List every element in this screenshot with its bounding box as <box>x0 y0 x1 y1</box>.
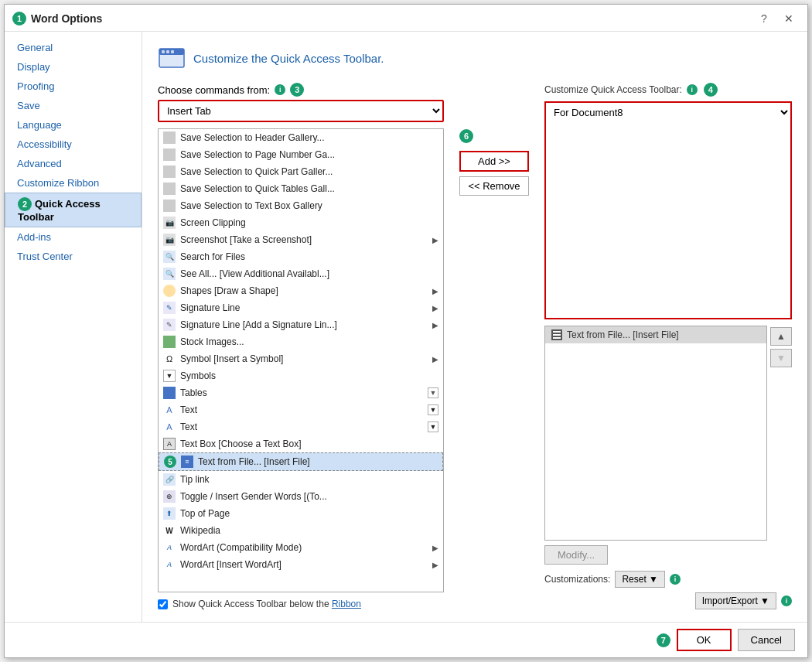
import-export-row: Import/Export ▼ i <box>544 592 792 609</box>
list-item-text: Screen Clipping <box>180 217 246 228</box>
list-item-text: WordArt [Insert WordArt] <box>180 559 281 570</box>
close-button[interactable]: ✕ <box>778 9 800 28</box>
stock-img-icon <box>163 336 176 348</box>
badge-6: 6 <box>459 129 473 143</box>
sidebar-item-accessibility[interactable]: Accessibility <box>5 135 142 154</box>
list-item[interactable]: 📷 Screenshot [Take a Screenshot] ▶ <box>159 231 443 248</box>
list-item[interactable]: ⬆ Top of Page <box>159 505 443 522</box>
symbols-icon: ▼ <box>163 370 176 382</box>
modify-button[interactable]: Modify... <box>544 545 608 565</box>
list-item-text: Screenshot [Take a Screenshot] <box>180 234 312 245</box>
commands-select-bordered: Insert Tab All Commands Popular Commands <box>158 100 444 122</box>
list-item-text: Save Selection to Quick Part Galler... <box>180 166 333 177</box>
list-item[interactable]: Shapes [Draw a Shape] ▶ <box>159 282 443 299</box>
customizations-label: Customizations: <box>544 574 610 585</box>
list-item-text: Shapes [Draw a Shape] <box>180 285 278 296</box>
remove-button[interactable]: << Remove <box>459 176 529 196</box>
sidebar-item-trust-center[interactable]: Trust Center <box>5 247 142 266</box>
commands-list-wrap: Save Selection to Header Gallery... Save… <box>158 128 444 592</box>
move-down-button[interactable]: ▼ <box>770 349 792 367</box>
list-item-text-from-file[interactable]: 5 ≡ Text from File... [Insert File] <box>159 452 443 471</box>
sidebar-item-general[interactable]: General <box>5 38 142 57</box>
list-item[interactable]: A Text ▼ <box>159 418 443 435</box>
shapes-icon <box>163 285 176 297</box>
commands-select[interactable]: Insert Tab All Commands Popular Commands <box>159 101 442 121</box>
svg-rect-2 <box>162 50 165 53</box>
sidebar-item-language[interactable]: Language <box>5 115 142 135</box>
add-button[interactable]: Add >> <box>459 151 529 172</box>
list-item[interactable]: Save Selection to Quick Part Galler... <box>159 163 443 180</box>
show-toolbar-checkbox[interactable] <box>158 599 168 609</box>
sidebar-item-save[interactable]: Save <box>5 96 142 115</box>
list-item-text: Save Selection to Text Box Gallery <box>180 200 322 211</box>
list-item[interactable]: ✎ Signature Line ▶ <box>159 299 443 316</box>
title-bar-left: 1 Word Options <box>12 12 102 26</box>
reset-info-icon: i <box>670 574 681 585</box>
list-item[interactable]: A Text Box [Choose a Text Box] <box>159 435 443 452</box>
sidebar-item-display[interactable]: Display <box>5 57 142 77</box>
commands-label-row: Choose commands from: i 3 <box>158 83 444 97</box>
doc-select[interactable]: For Document8 For All Documents (default… <box>546 103 790 122</box>
section-header: Customize the Quick Access Toolbar. <box>158 44 792 72</box>
sidebar-item-customize-ribbon[interactable]: Customize Ribbon <box>5 173 142 193</box>
list-item[interactable]: ✎ Signature Line [Add a Signature Lin...… <box>159 316 443 333</box>
ok-button[interactable]: OK <box>677 629 732 651</box>
svg-rect-3 <box>166 50 169 53</box>
symbol-icon: Ω <box>163 353 176 365</box>
sidebar-item-proofing[interactable]: Proofing <box>5 77 142 96</box>
sidebar-item-advanced[interactable]: Advanced <box>5 154 142 173</box>
list-item[interactable]: A Text ▼ <box>159 401 443 418</box>
right-select-wrap: Customize Quick Access Toolbar: i 4 <box>544 83 792 97</box>
list-item[interactable]: 🔍 See All... [View Additional Availabl..… <box>159 265 443 282</box>
commands-select-wrap: Insert Tab All Commands Popular Commands <box>158 100 444 122</box>
list-item[interactable]: 🔗 Tip link <box>159 471 443 488</box>
sidebar-item-quick-access[interactable]: 2Quick Access Toolbar <box>5 193 142 227</box>
right-list-wrap: Text from File... [Insert File] ▲ ▼ <box>544 326 792 541</box>
badge-2: 2 <box>18 197 32 211</box>
list-item[interactable]: Save Selection to Text Box Gallery <box>159 197 443 214</box>
list-item[interactable]: ⊕ Toggle / Insert Gender Words [(To... <box>159 488 443 505</box>
move-up-button[interactable]: ▲ <box>770 327 792 346</box>
list-item[interactable]: A WordArt [Insert WordArt] ▶ <box>159 556 443 573</box>
screenshot-icon: 📷 <box>163 234 176 246</box>
commands-label: Choose commands from: <box>158 84 270 96</box>
list-item[interactable]: Save Selection to Header Gallery... <box>159 129 443 146</box>
right-list[interactable]: Text from File... [Insert File] <box>544 326 767 541</box>
list-item[interactable]: W Wikipedia <box>159 522 443 539</box>
text2-icon: A <box>163 421 176 433</box>
list-item[interactable]: A WordArt (Compatibility Mode) ▶ <box>159 539 443 556</box>
cancel-button[interactable]: Cancel <box>738 629 795 651</box>
list-item-text: Tip link <box>180 474 210 485</box>
import-export-button[interactable]: Import/Export ▼ <box>695 592 776 609</box>
ribbon-link[interactable]: Ribbon <box>332 599 361 609</box>
commands-list[interactable]: Save Selection to Header Gallery... Save… <box>158 128 444 592</box>
search-icon: 🔍 <box>163 251 176 263</box>
list-item[interactable]: 📷 Screen Clipping <box>159 214 443 231</box>
badge-4: 4 <box>704 83 718 97</box>
show-toolbar-label: Show Quick Access Toolbar below the Ribb… <box>172 599 361 609</box>
arrow-icon: ▼ <box>428 387 438 398</box>
list-item-text: Save Selection to Header Gallery... <box>180 132 325 143</box>
content-area: General Display Proofing Save Language A… <box>5 32 807 622</box>
list-item[interactable]: 🔍 Search for Files <box>159 248 443 265</box>
help-button[interactable]: ? <box>753 9 775 28</box>
list-item-text: Signature Line <box>180 302 240 313</box>
quick-access-icon <box>158 44 186 72</box>
tip-link-icon: 🔗 <box>163 473 176 486</box>
list-item[interactable]: Save Selection to Quick Tables Gall... <box>159 180 443 197</box>
list-item-text: Text Box [Choose a Text Box] <box>180 438 302 449</box>
list-item[interactable]: Tables ▼ <box>159 384 443 401</box>
see-all-icon: 🔍 <box>163 268 176 280</box>
section-title: Customize the Quick Access Toolbar. <box>193 52 384 65</box>
reset-label: Reset ▼ <box>622 574 658 585</box>
list-item[interactable]: Ω Symbol [Insert a Symbol] ▶ <box>159 350 443 367</box>
list-item[interactable]: Stock Images... <box>159 333 443 350</box>
list-item[interactable]: ▼ Symbols <box>159 367 443 384</box>
text-from-file-icon: ≡ <box>181 456 193 468</box>
list-item[interactable]: Save Selection to Page Number Ga... <box>159 146 443 163</box>
grid-icon <box>163 183 176 195</box>
sidebar-item-addins[interactable]: Add-ins <box>5 227 142 247</box>
commands-info-icon: i <box>275 84 285 95</box>
reset-button[interactable]: Reset ▼ <box>615 571 665 588</box>
right-list-item[interactable]: Text from File... [Insert File] <box>545 326 766 343</box>
